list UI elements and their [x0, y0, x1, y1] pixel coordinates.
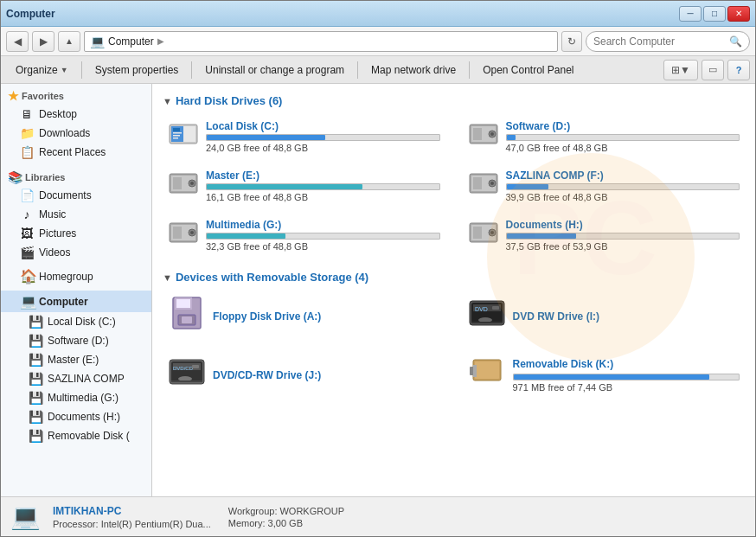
maximize-button[interactable]: □ [703, 6, 726, 22]
svg-rect-7 [173, 137, 178, 139]
close-button[interactable]: ✕ [727, 6, 750, 22]
floppy-icon [168, 296, 206, 337]
sidebar-item-videos[interactable]: 🎬 Videos [1, 243, 151, 262]
back-button[interactable]: ◀ [6, 31, 29, 52]
favorites-star-icon: ★ [8, 89, 19, 103]
titlebar: Computer ─ □ ✕ [1, 1, 755, 27]
toolbar-separator-1 [81, 61, 82, 79]
sidebar-homegroup-section: 🏠 Homegroup [1, 265, 151, 287]
system-properties-button[interactable]: System properties [86, 59, 189, 81]
music-icon: ♪ [20, 208, 34, 221]
search-icon: 🔍 [729, 35, 742, 48]
sidebar-item-homegroup[interactable]: 🏠 Homegroup [1, 265, 151, 287]
addressbar: ◀ ▶ ▲ 💻 Computer ▶ ↻ 🔍 [1, 27, 755, 56]
statusbar-computer-name: IMTIKHAN-PC [53, 505, 211, 517]
removable-item-i[interactable]: DVD DVD RW Drive (I:) [463, 291, 746, 342]
svg-rect-15 [173, 177, 182, 189]
help-button[interactable]: ? [727, 60, 750, 80]
svg-rect-6 [173, 135, 180, 137]
drive-bar-fill-g [207, 233, 285, 239]
pictures-icon: 🖼 [20, 227, 34, 240]
drive-info-e: Master (E:) 16,1 GB free of 48,8 GB [206, 169, 440, 202]
sidebar-item-downloads[interactable]: 📁 Downloads [1, 124, 151, 143]
statusbar: 💻 IMTIKHAN-PC Processor: Intel(R) Pentiu… [1, 496, 755, 536]
sidebar-item-sazlina-f[interactable]: 💾 SAZLINA COMP [1, 369, 151, 388]
sidebar-item-documents-h[interactable]: 💾 Documents (H:) [1, 407, 151, 426]
sidebar-pictures-label: Pictures [39, 227, 76, 240]
svg-rect-35 [176, 299, 190, 308]
drive-size-k: 971 MB free of 7,44 GB [513, 382, 740, 393]
desktop-icon: 🖥 [20, 107, 34, 121]
svg-rect-53 [475, 361, 499, 379]
dvd-rw-icon: DVD [468, 296, 506, 337]
sidebar-item-master-e[interactable]: 💾 Master (E:) [1, 350, 151, 369]
toolbar-separator-2 [191, 61, 192, 79]
sidebar-desktop-label: Desktop [39, 108, 77, 120]
drive-name-g: Multimedia (G:) [206, 219, 440, 231]
removable-item-j[interactable]: DVD/CD DVD/CD-RW Drive (J:) [163, 348, 445, 403]
favorites-label: Favorites [22, 91, 64, 101]
drive-item-e[interactable]: Master (E:) 16,1 GB free of 48,8 GB [163, 163, 445, 208]
organize-button[interactable]: Organize ▼ [6, 59, 78, 81]
usb-drive-icon [468, 353, 506, 398]
drive-item-d[interactable]: Software (D:) 47,0 GB free of 48,8 GB [463, 114, 746, 158]
sidebar-item-recent[interactable]: 📋 Recent Places [1, 143, 151, 162]
sidebar-favorites-section: ★ Favorites 🖥 Desktop 📁 Downloads 📋 Rece… [1, 84, 151, 162]
svg-point-17 [190, 182, 194, 185]
sidebar-libraries-header[interactable]: 📚 Libraries [1, 165, 151, 186]
content-area: ▼ Hard Disk Drives (6) [152, 84, 755, 496]
sidebar-videos-label: Videos [39, 246, 70, 259]
sidebar-item-documents[interactable]: 📄 Documents [1, 186, 151, 205]
documents-h-icon: 💾 [29, 410, 42, 424]
removable-name-i: DVD RW Drive (I:) [513, 310, 740, 323]
sidebar-item-local-c[interactable]: 💾 Local Disk (C:) [1, 312, 151, 331]
address-path[interactable]: 💻 Computer ▶ [84, 31, 558, 52]
removable-k-icon: 💾 [29, 429, 42, 443]
sidebar-item-desktop[interactable]: 🖥 Desktop [1, 105, 151, 124]
uninstall-button[interactable]: Uninstall or change a program [195, 59, 354, 81]
sidebar-item-software-d[interactable]: 💾 Software (D:) [1, 331, 151, 350]
up-button[interactable]: ▲ [58, 31, 80, 52]
master-e-icon: 💾 [29, 353, 42, 367]
refresh-button[interactable]: ↻ [561, 31, 582, 52]
drive-bar-bg-k [513, 374, 740, 380]
sidebar-recent-label: Recent Places [39, 146, 106, 158]
drive-name-h: Documents (H:) [506, 219, 740, 231]
sidebar-item-multimedia-g[interactable]: 💾 Multimedia (G:) [1, 388, 151, 407]
removable-item-a[interactable]: Floppy Disk Drive (A:) [163, 291, 445, 342]
recent-places-icon: 📋 [20, 145, 34, 159]
drive-info-h: Documents (H:) 37,5 GB free of 53,9 GB [506, 219, 740, 252]
control-panel-button[interactable]: Open Control Panel [473, 59, 583, 81]
drive-item-f[interactable]: SAZLINA COMP (F:) 39,9 GB free of 48,8 G… [463, 163, 746, 208]
svg-rect-3 [173, 128, 180, 131]
removable-collapse-icon[interactable]: ▼ [163, 272, 172, 283]
drive-bar-bg-g [206, 233, 440, 240]
minimize-button[interactable]: ─ [679, 6, 702, 22]
svg-rect-25 [173, 227, 182, 239]
view-options-button[interactable]: ⊞▼ [663, 60, 698, 80]
drive-item-h[interactable]: Documents (H:) 37,5 GB free of 53,9 GB [463, 213, 746, 257]
svg-rect-37 [182, 316, 192, 323]
drive-size-e: 16,1 GB free of 48,8 GB [206, 192, 440, 202]
local-c-icon: 💾 [29, 315, 42, 329]
sidebar-item-computer[interactable]: 💻 Computer [1, 291, 151, 312]
drive-item-c[interactable]: Local Disk (C:) 24,0 GB free of 48,8 GB [163, 114, 445, 158]
sidebar-item-music[interactable]: ♪ Music [1, 205, 151, 224]
sidebar-favorites-header[interactable]: ★ Favorites [1, 84, 151, 105]
preview-pane-button[interactable]: ▭ [702, 60, 724, 80]
forward-button[interactable]: ▶ [32, 31, 54, 52]
sidebar-libraries-section: 📚 Libraries 📄 Documents ♪ Music 🖼 Pictur… [1, 165, 151, 262]
sidebar-computer-label: Computer [39, 296, 88, 308]
sidebar-item-removable-k[interactable]: 💾 Removable Disk ( [1, 426, 151, 445]
harddisks-collapse-icon[interactable]: ▼ [163, 96, 172, 106]
search-input[interactable] [593, 35, 726, 48]
drive-item-g[interactable]: Multimedia (G:) 32,3 GB free of 48,8 GB [163, 213, 445, 257]
svg-point-27 [190, 231, 194, 234]
drive-size-h: 37,5 GB free of 53,9 GB [506, 241, 740, 252]
harddisks-section-title: ▼ Hard Disk Drives (6) [163, 94, 745, 107]
removable-item-k[interactable]: Removable Disk (K:) 971 MB free of 7,44 … [463, 348, 746, 403]
sidebar-item-pictures[interactable]: 🖼 Pictures [1, 224, 151, 243]
drive-name-f: SAZLINA COMP (F:) [506, 169, 740, 182]
map-drive-button[interactable]: Map network drive [362, 59, 465, 81]
videos-icon: 🎬 [20, 246, 34, 259]
